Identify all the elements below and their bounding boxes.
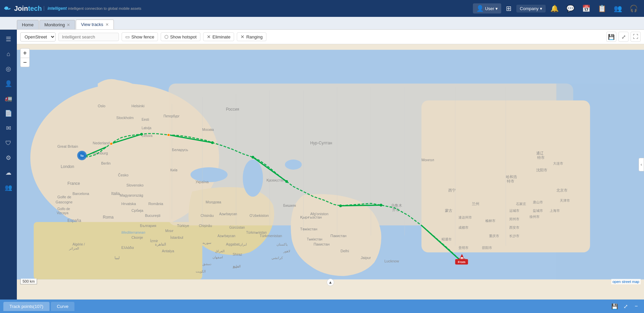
svg-text:From: From bbox=[458, 260, 465, 264]
svg-text:Azərbaycan: Azərbaycan bbox=[219, 212, 237, 216]
svg-text:Россия: Россия bbox=[226, 107, 239, 112]
svg-text:Italia: Italia bbox=[111, 191, 120, 196]
tab-view-tracks-label: View tracks bbox=[81, 22, 103, 27]
bottom-panel-toggle[interactable]: ▲ bbox=[327, 279, 334, 286]
svg-text:石家庄: 石家庄 bbox=[516, 202, 526, 206]
sidebar-item-home[interactable]: ⌂ bbox=[2, 47, 15, 61]
svg-text:兰州: 兰州 bbox=[472, 202, 479, 206]
main-content: ☰ ⌂ ◎ 👤 🚛 📄 ✉ 🛡 ⚙ ☁ 👥 OpenStreet Satelli… bbox=[0, 30, 644, 300]
osm-link[interactable]: open street map bbox=[611, 279, 641, 284]
svg-text:ليبيا: ليبيا bbox=[115, 256, 120, 260]
hotspot-icon: ⬡ bbox=[164, 34, 168, 39]
show-hotspot-button[interactable]: ⬡ Show hotspot bbox=[161, 32, 200, 41]
svg-text:沈阳市: 沈阳市 bbox=[536, 168, 547, 172]
header: Jointech intelligent intelligent connect… bbox=[0, 0, 644, 17]
open-new-window-button[interactable]: ⤢ bbox=[618, 32, 629, 42]
svg-text:北京市: 北京市 bbox=[556, 188, 568, 192]
svg-text:الجزائر: الجزائر bbox=[69, 247, 79, 251]
show-fence-button[interactable]: ▭ Show fence bbox=[122, 32, 158, 41]
sidebar-item-mail[interactable]: ✉ bbox=[2, 121, 15, 135]
bottom-tab-curve[interactable]: Curve bbox=[51, 302, 75, 311]
tab-monitoring-close[interactable]: ✕ bbox=[67, 23, 70, 27]
svg-text:盐城市: 盐城市 bbox=[533, 209, 543, 212]
svg-text:Пакистан: Пакистан bbox=[330, 234, 347, 238]
svg-text:پاکستان: پاکستان bbox=[277, 243, 288, 247]
tab-monitoring-label: Monitoring bbox=[44, 22, 65, 27]
company-button[interactable]: Company ▾ bbox=[516, 5, 546, 12]
svg-text:Монгол: Монгол bbox=[421, 158, 434, 162]
search-input[interactable] bbox=[58, 33, 119, 41]
svg-text:Тəжікстан: Тəжікстан bbox=[300, 227, 317, 231]
svg-text:الخليج: الخليج bbox=[233, 264, 241, 268]
report-icon-btn[interactable]: 📋 bbox=[595, 3, 609, 14]
calendar-icon-btn[interactable]: 📅 bbox=[579, 3, 593, 14]
svg-text:Нур-Султан: Нур-Султан bbox=[310, 141, 332, 145]
svg-text:سوریه: سوریه bbox=[202, 241, 211, 245]
user-chevron-icon: ▾ bbox=[495, 6, 498, 11]
svg-text:達达州市: 達达州市 bbox=[458, 216, 472, 219]
tab-view-tracks[interactable]: View tracks ✕ bbox=[76, 20, 114, 29]
svg-text:运城市: 运城市 bbox=[509, 209, 519, 212]
svg-text:天津市: 天津市 bbox=[560, 199, 570, 202]
sidebar-item-reports[interactable]: 📄 bbox=[2, 107, 15, 120]
bottom-expand-button[interactable]: ⤢ bbox=[621, 302, 630, 311]
svg-text:Ckonje: Ckonje bbox=[131, 235, 143, 239]
svg-text:Бишкек: Бишкек bbox=[283, 203, 296, 207]
svg-text:Antalya: Antalya bbox=[162, 249, 174, 253]
svg-point-6 bbox=[285, 160, 302, 170]
fullscreen-button[interactable]: ⛶ bbox=[631, 32, 641, 42]
bottom-right: 💾 ⤢ − bbox=[610, 302, 641, 311]
svg-text:西宁: 西宁 bbox=[448, 188, 456, 192]
sidebar-item-menu[interactable]: ☰ bbox=[2, 32, 15, 46]
curve-label: Curve bbox=[57, 304, 69, 309]
svg-text:Ελλάδα: Ελλάδα bbox=[121, 246, 134, 250]
svg-text:Slovensko: Slovensko bbox=[126, 183, 143, 187]
right-collapse-button[interactable]: ‹ bbox=[639, 158, 644, 171]
bottom-collapse-button[interactable]: − bbox=[632, 302, 641, 311]
svg-text:España: España bbox=[67, 218, 81, 223]
map-type-select[interactable]: OpenStreet Satellite bbox=[20, 32, 56, 41]
svg-text:لاهور: لاهور bbox=[283, 249, 290, 253]
svg-text:Golfo de: Golfo de bbox=[57, 207, 70, 211]
headset-icon-btn[interactable]: 🎧 bbox=[627, 3, 641, 14]
sidebar-item-weather[interactable]: ☁ bbox=[2, 166, 15, 179]
map-scale: 500 km bbox=[20, 279, 37, 284]
svg-text:乌鲁木: 乌鲁木 bbox=[391, 203, 402, 207]
toolbar-right: 💾 ⤢ ⛶ bbox=[606, 32, 641, 42]
svg-text:To: To bbox=[80, 154, 84, 158]
svg-text:Молдова: Молдова bbox=[206, 200, 222, 204]
svg-text:通辽: 通辽 bbox=[536, 151, 544, 155]
svg-text:Türkiye: Türkiye bbox=[177, 224, 189, 228]
svg-text:昭通市: 昭通市 bbox=[442, 237, 452, 241]
sidebar-item-people[interactable]: 👥 bbox=[2, 181, 15, 194]
zoom-out-button[interactable]: − bbox=[20, 58, 30, 67]
save-map-button[interactable]: 💾 bbox=[606, 32, 616, 42]
bottom-tab-track-points[interactable]: Track points(107) bbox=[3, 302, 50, 311]
sidebar-item-shield[interactable]: 🛡 bbox=[2, 136, 15, 150]
chat-icon-btn[interactable]: 💬 bbox=[564, 3, 577, 14]
sidebar-item-truck[interactable]: 🚛 bbox=[2, 92, 15, 105]
users-icon-btn[interactable]: 👥 bbox=[611, 3, 625, 14]
sidebar-item-person[interactable]: 👤 bbox=[2, 77, 15, 90]
svg-text:Barcelona: Barcelona bbox=[72, 192, 89, 196]
logo-text: Jointech bbox=[14, 5, 42, 12]
bell-icon-btn[interactable]: 🔔 bbox=[548, 3, 561, 14]
zoom-in-button[interactable]: + bbox=[20, 48, 30, 58]
tab-home[interactable]: Home bbox=[17, 20, 39, 29]
eliminate-label: Eliminate bbox=[213, 34, 230, 39]
eliminate-button[interactable]: ✕ Eliminate bbox=[203, 32, 234, 41]
ranging-button[interactable]: ✕ Ranging bbox=[237, 32, 266, 41]
svg-text:Aşgabat: Aşgabat bbox=[226, 242, 239, 246]
sidebar-item-settings[interactable]: ⚙ bbox=[2, 151, 15, 165]
svg-text:贵明市: 贵明市 bbox=[458, 246, 469, 250]
tab-view-tracks-close[interactable]: ✕ bbox=[105, 23, 109, 27]
sidebar-item-location[interactable]: ◎ bbox=[2, 62, 15, 76]
svg-text:العراق: العراق bbox=[215, 249, 225, 253]
user-button[interactable]: 👤 User ▾ bbox=[473, 3, 501, 13]
logo-bird-icon bbox=[3, 5, 11, 12]
grid-icon-btn[interactable]: ⊞ bbox=[503, 3, 514, 14]
tab-monitoring[interactable]: Monitoring ✕ bbox=[39, 20, 75, 29]
svg-point-133 bbox=[252, 156, 254, 159]
svg-text:长沙市: 长沙市 bbox=[509, 234, 519, 238]
bottom-save-button[interactable]: 💾 bbox=[610, 302, 619, 311]
